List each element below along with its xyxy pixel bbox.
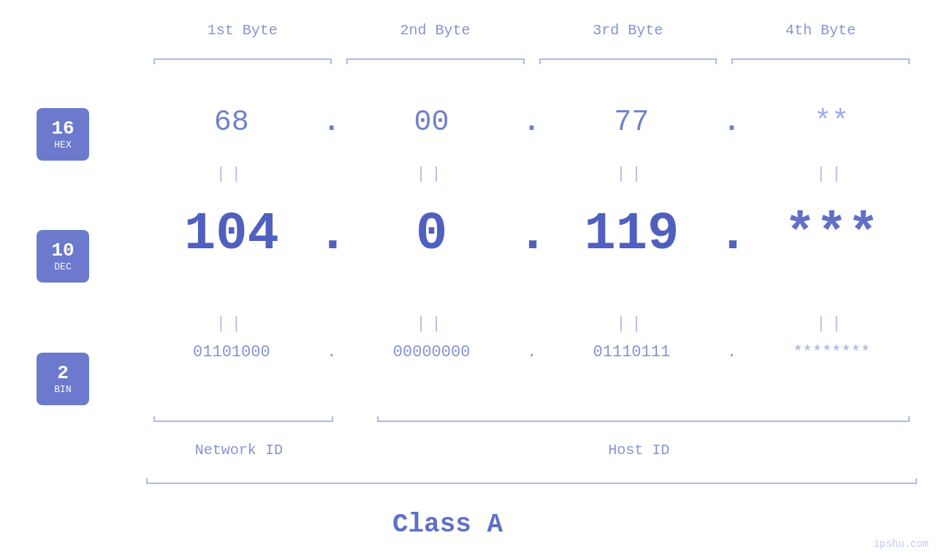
dec-val-1: 104: [146, 204, 317, 264]
bin-val-2: 00000000: [346, 343, 517, 361]
bracket-2: [346, 58, 525, 64]
byte-label-4: 4th Byte: [724, 22, 917, 39]
equals-row-1: || || || ||: [146, 166, 917, 183]
top-bracket: [146, 58, 917, 64]
bin-dot-1: .: [317, 343, 346, 361]
main-container: 1st Byte 2nd Byte 3rd Byte 4th Byte 16 H…: [0, 0, 939, 560]
byte-label-2: 2nd Byte: [339, 22, 532, 39]
dec-val-3: 119: [547, 204, 718, 264]
hex-val-4: **: [746, 106, 917, 139]
network-bracket: [153, 416, 333, 422]
bin-badge: 2 BIN: [37, 353, 89, 405]
bin-badge-num: 2: [57, 363, 69, 384]
hex-badge: 16 HEX: [37, 108, 89, 161]
hex-dot-1: .: [317, 106, 346, 139]
equals-row-2: || || || ||: [146, 316, 917, 332]
bin-val-3: 01110111: [547, 343, 718, 361]
dec-dot-2: .: [517, 204, 547, 264]
dec-val-2: 0: [346, 204, 517, 264]
eq-6: ||: [346, 316, 517, 332]
dec-val-4: ***: [746, 204, 917, 264]
bin-val-1: 01101000: [146, 343, 317, 361]
byte-labels-row: 1st Byte 2nd Byte 3rd Byte 4th Byte: [146, 22, 917, 39]
dec-badge: 10 DEC: [37, 230, 89, 283]
bin-badge-label: BIN: [54, 384, 71, 395]
dec-badge-num: 10: [51, 240, 74, 261]
hex-badge-label: HEX: [54, 139, 71, 150]
network-host-labels: Network ID Host ID: [146, 442, 917, 459]
hex-row: 68 . 00 . 77 . **: [146, 106, 917, 139]
eq-7: ||: [547, 316, 718, 332]
eq-4: ||: [746, 166, 917, 183]
bracket-1: [153, 58, 332, 64]
dec-dot-3: .: [717, 204, 746, 264]
bottom-bracket: [146, 416, 917, 422]
hex-val-1: 68: [146, 106, 317, 139]
bin-dot-2: .: [517, 343, 547, 361]
hex-dot-3: .: [717, 106, 746, 139]
full-bracket: [146, 478, 917, 484]
host-id-label: Host ID: [361, 442, 917, 459]
dec-badge-label: DEC: [54, 261, 71, 272]
eq-8: ||: [746, 316, 917, 332]
hex-val-3: 77: [547, 106, 718, 139]
byte-label-3: 3rd Byte: [532, 22, 725, 39]
eq-1: ||: [146, 166, 317, 183]
dec-dot-1: .: [317, 204, 346, 264]
host-bracket: [377, 416, 910, 422]
byte-label-1: 1st Byte: [146, 22, 339, 39]
eq-3: ||: [547, 166, 718, 183]
network-id-label: Network ID: [146, 442, 332, 459]
bracket-3: [539, 58, 718, 64]
eq-2: ||: [346, 166, 517, 183]
bin-row: 01101000 . 00000000 . 01110111 . *******…: [146, 343, 917, 361]
dec-row: 104 . 0 . 119 . ***: [146, 204, 917, 264]
hex-badge-num: 16: [51, 118, 74, 139]
hex-dot-2: .: [517, 106, 547, 139]
eq-5: ||: [146, 316, 317, 332]
class-label: Class A: [0, 510, 895, 540]
bin-dot-3: .: [717, 343, 746, 361]
bin-val-4: ********: [746, 343, 917, 361]
watermark: ipshu.com: [873, 538, 929, 550]
hex-val-2: 00: [346, 106, 517, 139]
bracket-4: [731, 58, 910, 64]
